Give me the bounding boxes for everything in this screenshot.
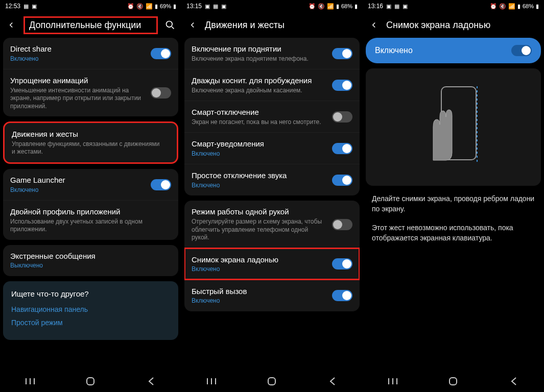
toggle-game-launcher[interactable] (151, 179, 171, 190)
header: Дополнительные функции (0, 12, 181, 38)
battery-icon: ▮ (536, 3, 539, 10)
battery-icon: ▮ (354, 3, 358, 10)
nav-bar (181, 371, 363, 392)
recents-icon[interactable] (24, 375, 36, 387)
mute-icon: 🔇 (499, 3, 506, 10)
back-icon[interactable] (369, 20, 379, 30)
row-smart-alert[interactable]: Смарт-уведомления Включено (184, 132, 360, 164)
toggle-direct-share[interactable] (151, 48, 171, 59)
content: Включено Делайте снимки экрана, проводя … (363, 38, 544, 371)
toggle[interactable] (332, 258, 352, 270)
search-link-easy-mode[interactable]: Простой режим (11, 318, 170, 327)
phone-screen-2: 13:15 ▣ ▦ ▣ ⏰ 🔇 📶 ▮ 68% ▮ Движения и жес… (181, 0, 363, 392)
row-title: Двойной профиль приложений (10, 207, 166, 217)
row-lift-to-wake[interactable]: Включение при поднятии Включение экрана … (184, 38, 360, 69)
wifi-icon: 📶 (146, 3, 153, 10)
status-icon: ▣ (221, 3, 226, 10)
row-title: Движения и жесты (12, 129, 164, 139)
settings-card: Экстренные сообщения Выключено (3, 245, 178, 276)
settings-card: Включение при поднятии Включение экрана … (184, 38, 360, 195)
alarm-icon: ⏰ (490, 3, 497, 10)
row-direct-share[interactable]: Direct share Включено (3, 38, 178, 69)
battery-text: 69% (160, 3, 171, 9)
toggle[interactable] (332, 290, 352, 301)
recents-icon[interactable] (387, 375, 399, 387)
row-game-launcher[interactable]: Game Launcher Включено (3, 169, 178, 200)
row-sub: Выключено (10, 262, 166, 270)
back-nav-icon[interactable] (326, 375, 339, 387)
signal-icon: ▮ (517, 3, 521, 10)
status-icon: ▣ (205, 3, 210, 10)
row-sos-messages[interactable]: Экстренные сообщения Выключено (3, 245, 178, 276)
toggle[interactable] (332, 80, 352, 91)
content: Direct share Включено Упрощение анимаций… (0, 38, 181, 371)
row-title: Быстрый вызов (192, 286, 327, 297)
phone-screen-3: 13:16 ▣ ▦ ▣ ⏰ 🔇 📶 ▮ 68% ▮ Снимок экрана … (363, 0, 544, 392)
status-bar: 13:15 ▣ ▦ ▣ ⏰ 🔇 📶 ▮ 68% ▮ (181, 0, 363, 12)
palm-swipe-illustration (366, 68, 541, 186)
alarm-icon: ⏰ (127, 3, 134, 10)
recents-icon[interactable] (205, 375, 218, 387)
home-icon[interactable] (84, 375, 97, 387)
signal-icon: ▮ (336, 3, 339, 10)
mute-icon: 🔇 (136, 3, 144, 10)
row-easy-mute[interactable]: Простое отключение звука Включено (184, 164, 360, 195)
row-smart-stay[interactable]: Смарт-отключение Экран не погаснет, пока… (184, 101, 360, 132)
status-icon: ▣ (386, 3, 391, 10)
toggle[interactable] (332, 219, 352, 230)
status-icon: ▣ (403, 3, 408, 10)
row-sub: Включено (192, 265, 327, 274)
row-sub: Управление функциями, связанными с движе… (12, 140, 164, 156)
row-double-tap-wake[interactable]: Дважды коснит. для пробуждения Включение… (184, 69, 360, 101)
row-direct-call[interactable]: Быстрый вызов Включено (184, 280, 360, 311)
row-one-handed[interactable]: Режим работы одной рукой Отрегулируйте р… (184, 201, 360, 248)
row-dual-messenger[interactable]: Двойной профиль приложений Использование… (3, 200, 178, 240)
toggle[interactable] (332, 48, 352, 59)
row-reduce-animations[interactable]: Упрощение анимаций Уменьшение интенсивно… (3, 69, 178, 116)
signal-icon: ▮ (155, 3, 158, 10)
status-time: 13:15 (186, 3, 202, 10)
nav-bar (0, 371, 181, 392)
search-link-nav-panel[interactable]: Навигационная панель (11, 305, 170, 313)
back-icon[interactable] (187, 20, 198, 30)
toggle[interactable] (332, 111, 352, 122)
search-prompt: Ищете что-то другое? (11, 289, 170, 298)
row-title: Смарт-уведомления (192, 139, 327, 149)
toggle[interactable] (332, 175, 352, 186)
toggle[interactable] (332, 143, 352, 154)
home-icon[interactable] (447, 375, 459, 387)
row-sub: Включено (10, 186, 146, 194)
mute-icon: 🔇 (318, 3, 325, 10)
row-sub: Экран не погаснет, пока вы на него смотр… (192, 118, 327, 127)
row-sub: Включено (192, 182, 327, 190)
row-sub: Включение экрана двойным касанием. (192, 87, 327, 95)
wifi-icon: 📶 (327, 3, 334, 10)
content: Включение при поднятии Включение экрана … (181, 38, 363, 371)
search-icon[interactable] (165, 20, 175, 30)
status-icon: ▦ (394, 3, 399, 10)
status-icon: ▦ (23, 3, 29, 10)
header: Снимок экрана ладонью (363, 12, 544, 38)
enabled-bar[interactable]: Включено (366, 38, 541, 63)
back-nav-icon[interactable] (508, 375, 520, 387)
enabled-label: Включено (375, 46, 511, 55)
page-title: Снимок экрана ладонью (386, 20, 538, 31)
battery-text: 68% (341, 3, 352, 9)
settings-card: Direct share Включено Упрощение анимаций… (3, 38, 178, 116)
battery-icon: ▮ (173, 3, 176, 10)
back-icon[interactable] (6, 20, 16, 30)
status-icon: ▦ (213, 3, 218, 10)
svg-rect-1 (87, 378, 94, 385)
row-sub: Отрегулируйте размер и схему экрана, что… (192, 218, 327, 242)
nav-bar (363, 371, 544, 392)
toggle-reduce-animations[interactable] (151, 87, 171, 99)
row-motions-gestures[interactable]: Движения и жесты Управление функциями, с… (3, 121, 178, 164)
row-title: Снимок экрана ладонью (192, 255, 327, 265)
row-sub: Включение экрана поднятием телефона. (192, 55, 327, 63)
search-suggestions: Ищете что-то другое? Навигационная панел… (3, 281, 178, 340)
back-nav-icon[interactable] (145, 375, 157, 387)
home-icon[interactable] (266, 375, 278, 387)
hand-icon (425, 102, 456, 163)
master-toggle[interactable] (511, 45, 532, 56)
row-palm-swipe[interactable]: Снимок экрана ладонью Включено (184, 248, 360, 280)
